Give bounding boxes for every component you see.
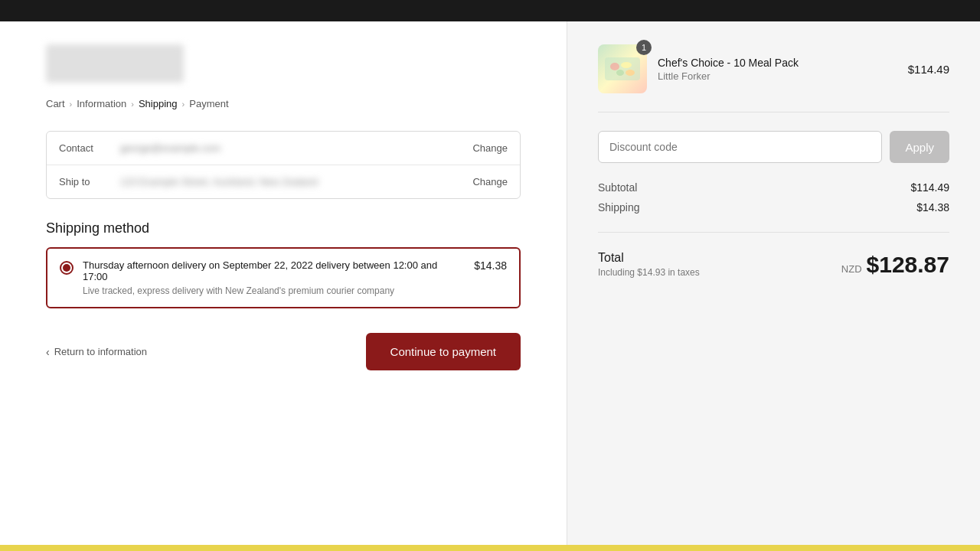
product-brand: Little Forker	[658, 70, 897, 82]
svg-rect-0	[605, 57, 640, 80]
subtotal-label: Subtotal	[598, 181, 637, 194]
breadcrumb-cart[interactable]: Cart	[46, 98, 65, 109]
grand-total: Total Including $14.93 in taxes NZD $128…	[598, 251, 949, 278]
subtotal-value: $114.49	[910, 181, 949, 194]
subtotal-row: Subtotal $114.49	[598, 181, 949, 194]
product-thumbnail-svg	[603, 50, 642, 88]
main-content: Cart › Information › Shipping › Payment …	[0, 21, 980, 545]
top-bar	[0, 0, 980, 21]
breadcrumb-sep-3: ›	[182, 99, 185, 109]
shipping-method-title: Shipping method	[46, 220, 521, 236]
currency-label: NZD	[841, 263, 862, 275]
radio-inner	[63, 264, 70, 272]
product-row: 1 Chef's Choice - 10 Meal Pack Little Fo…	[598, 44, 949, 112]
contact-row: Contact george@example.com Change	[47, 132, 520, 165]
product-badge: 1	[636, 40, 652, 55]
bottom-bar	[0, 545, 980, 551]
logo	[46, 44, 184, 83]
return-link-label: Return to information	[54, 346, 147, 357]
shipping-details: Thursday afternoon delivery on September…	[83, 259, 465, 296]
discount-row: Apply	[598, 131, 949, 163]
product-image-wrap: 1	[598, 44, 647, 93]
discount-code-input[interactable]	[598, 131, 882, 163]
product-price: $114.49	[908, 63, 949, 76]
shipping-row: Shipping $14.38	[598, 201, 949, 214]
tax-label: Including $14.93 in taxes	[598, 267, 700, 278]
shipping-label: Shipping	[598, 201, 640, 214]
shipping-option-price: $14.38	[474, 259, 507, 272]
breadcrumb-sep-1: ›	[70, 99, 73, 109]
bottom-actions: ‹ Return to information Continue to paym…	[46, 333, 521, 370]
contact-change-button[interactable]: Change	[472, 142, 508, 154]
product-name: Chef's Choice - 10 Meal Pack	[658, 57, 897, 69]
total-label: Total	[598, 251, 700, 265]
ship-to-row: Ship to 123 Example Street, Auckland, Ne…	[47, 165, 520, 198]
breadcrumb-sep-2: ›	[131, 99, 134, 109]
grand-total-left: Total Including $14.93 in taxes	[598, 251, 700, 278]
right-panel: 1 Chef's Choice - 10 Meal Pack Little Fo…	[567, 21, 980, 545]
ship-to-label: Ship to	[59, 176, 120, 187]
shipping-option-description: Live tracked, express delivery with New …	[83, 285, 465, 296]
shipping-radio[interactable]	[60, 261, 74, 275]
breadcrumb-payment[interactable]: Payment	[189, 98, 228, 109]
left-panel: Cart › Information › Shipping › Payment …	[0, 21, 567, 545]
svg-point-1	[610, 63, 619, 70]
svg-point-4	[626, 70, 635, 76]
breadcrumb-information[interactable]: Information	[77, 98, 126, 109]
contact-label: Contact	[59, 142, 120, 154]
svg-point-2	[621, 62, 632, 68]
info-box: Contact george@example.com Change Ship t…	[46, 131, 521, 199]
totals: Subtotal $114.49 Shipping $14.38	[598, 181, 949, 233]
product-info: Chef's Choice - 10 Meal Pack Little Fork…	[658, 57, 897, 82]
logo-area	[46, 44, 521, 83]
ship-to-change-button[interactable]: Change	[472, 176, 508, 187]
breadcrumb-shipping: Shipping	[139, 98, 178, 109]
apply-discount-button[interactable]: Apply	[890, 131, 949, 163]
return-arrow-icon: ‹	[46, 346, 50, 358]
ship-to-value: 123 Example Street, Auckland, New Zealan…	[120, 176, 472, 187]
svg-point-3	[616, 70, 624, 76]
breadcrumb: Cart › Information › Shipping › Payment	[46, 98, 521, 109]
shipping-value: $14.38	[916, 201, 949, 214]
shipping-option-name: Thursday afternoon delivery on September…	[83, 259, 465, 282]
continue-to-payment-button[interactable]: Continue to payment	[366, 333, 521, 370]
contact-value: george@example.com	[120, 142, 472, 154]
shipping-option[interactable]: Thursday afternoon delivery on September…	[46, 247, 521, 308]
grand-total-right: NZD $128.87	[841, 252, 949, 278]
grand-total-amount: $128.87	[867, 252, 949, 278]
return-to-information-link[interactable]: ‹ Return to information	[46, 346, 147, 358]
